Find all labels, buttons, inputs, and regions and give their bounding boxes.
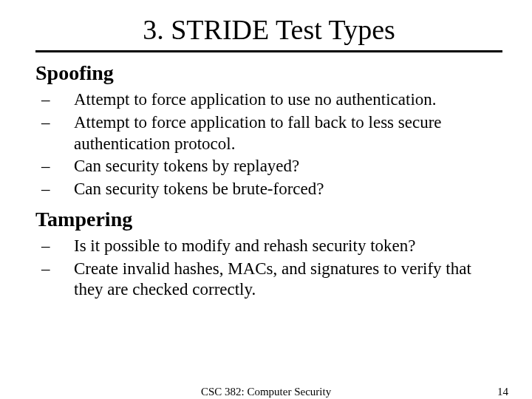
footer-page-number: 14 [497,386,508,398]
list-item: –Can security tokens be brute-forced? [74,179,502,200]
section-heading-spoofing: Spoofing [35,61,502,85]
list-item-text: Attempt to force application to fall bac… [74,113,442,153]
list-item: –Attempt to force application to use no … [74,89,502,111]
bullet-list-tampering: –Is it possible to modify and rehash sec… [35,236,502,301]
list-item: –Create invalid hashes, MACs, and signat… [74,259,502,301]
list-item-text: Is it possible to modify and rehash secu… [74,236,415,255]
title-divider [35,50,502,52]
slide-title: 3. STRIDE Test Types [35,13,502,46]
list-item-text: Can security tokens by replayed? [74,157,299,175]
section-tampering: Tampering –Is it possible to modify and … [35,208,502,301]
list-item: –Can security tokens by replayed? [74,156,502,177]
list-item: –Attempt to force application to fall ba… [74,112,502,155]
footer-course: CSC 382: Computer Security [0,386,532,398]
section-heading-tampering: Tampering [35,208,502,231]
list-item-text: Attempt to force application to use no a… [74,90,437,109]
slide: 3. STRIDE Test Types Spoofing –Attempt t… [0,0,532,399]
section-spoofing: Spoofing –Attempt to force application t… [35,61,502,200]
list-item-text: Can security tokens be brute-forced? [74,180,324,198]
list-item: –Is it possible to modify and rehash sec… [74,236,502,257]
bullet-list-spoofing: –Attempt to force application to use no … [35,89,502,200]
list-item-text: Create invalid hashes, MACs, and signatu… [74,259,471,299]
